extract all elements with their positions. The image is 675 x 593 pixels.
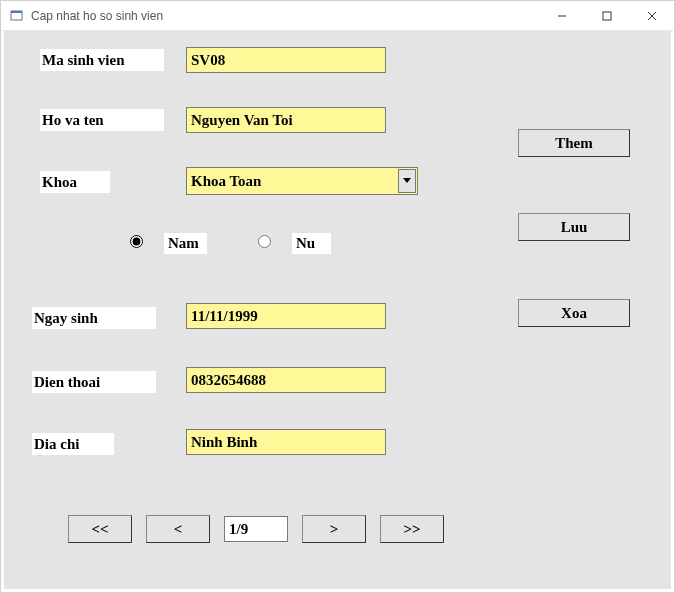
svg-marker-6 [403,178,411,183]
radio-nam[interactable] [130,235,143,248]
nav-bar: << < > >> [68,515,444,543]
input-ho-ten[interactable] [186,107,386,133]
close-button[interactable] [629,1,674,31]
label-ma-sv: Ma sinh vien [40,49,164,71]
label-ngay-sinh: Ngay sinh [32,307,156,329]
nav-position[interactable] [224,516,288,542]
minimize-button[interactable] [539,1,584,31]
button-xoa[interactable]: Xoa [518,299,630,327]
input-ngay-sinh[interactable] [186,303,386,329]
svg-rect-1 [11,11,22,13]
radio-nu[interactable] [258,235,271,248]
window-controls [539,1,674,31]
app-window: Cap nhat ho so sinh vien Ma sinh vien [0,0,675,593]
button-prev[interactable]: < [146,515,210,543]
radio-nam-wrap[interactable] [130,235,143,248]
combo-khoa-text[interactable] [186,167,418,195]
button-last[interactable]: >> [380,515,444,543]
titlebar: Cap nhat ho so sinh vien [1,1,674,31]
label-nam: Nam [164,233,207,254]
input-dien-thoai[interactable] [186,367,386,393]
button-first[interactable]: << [68,515,132,543]
label-dia-chi: Dia chi [32,433,114,455]
input-ma-sv[interactable] [186,47,386,73]
combo-khoa[interactable] [186,167,418,195]
svg-rect-3 [603,12,611,20]
label-khoa: Khoa [40,171,110,193]
app-icon [9,8,25,24]
window-title: Cap nhat ho so sinh vien [31,9,539,23]
dropdown-icon[interactable] [398,169,416,193]
maximize-button[interactable] [584,1,629,31]
button-them[interactable]: Them [518,129,630,157]
radio-nu-wrap[interactable] [258,235,271,248]
label-dien-thoai: Dien thoai [32,371,156,393]
form-area: Ma sinh vien Ho va ten Khoa [4,31,671,589]
button-next[interactable]: > [302,515,366,543]
label-nu: Nu [292,233,331,254]
input-dia-chi[interactable] [186,429,386,455]
label-ho-ten: Ho va ten [40,109,164,131]
button-luu[interactable]: Luu [518,213,630,241]
